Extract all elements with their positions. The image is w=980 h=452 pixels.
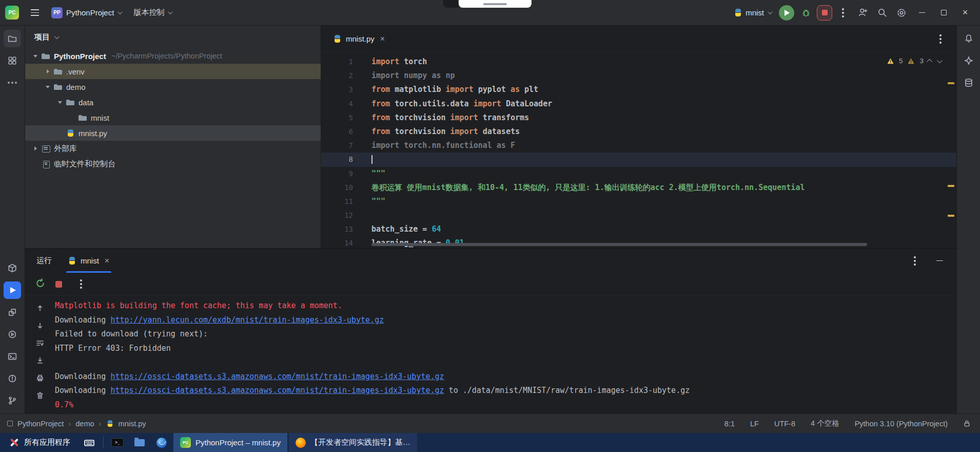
tool-window-corner-icon[interactable] [7, 421, 13, 426]
problems-tool-button[interactable] [4, 370, 21, 387]
more-actions-button[interactable] [834, 5, 852, 21]
code-line-5[interactable]: 5from torchvision import transforms [321, 111, 956, 125]
editor-tab-mnist[interactable]: mnist.py × [329, 26, 389, 52]
python-packages-tool-button[interactable] [4, 259, 21, 277]
clear-console-button[interactable] [33, 389, 47, 402]
run-panel-options-button[interactable] [906, 253, 924, 269]
tree-item-[interactable]: 外部库 [25, 141, 321, 156]
editor-tab-options-button[interactable] [932, 31, 949, 47]
run-tab-mnist[interactable]: mnist × [66, 249, 111, 273]
code-line-13[interactable]: 13batch_size = 64 [321, 222, 956, 236]
app-launcher-button[interactable]: 所有应用程序 [2, 433, 77, 452]
window-close-button[interactable]: × [955, 4, 975, 22]
breadcrumb[interactable]: PythonProject › demo › mnist.py [7, 419, 146, 428]
run-configuration-selector[interactable]: mnist [730, 6, 776, 20]
run-button[interactable] [779, 5, 794, 21]
scroll-to-end-button[interactable] [33, 354, 47, 367]
ai-assistant-button[interactable] [960, 52, 977, 69]
file-manager-task-button[interactable] [129, 433, 150, 452]
handle-pill[interactable] [459, 0, 532, 8]
tree-item-mnist[interactable]: mnist [25, 110, 321, 125]
database-button[interactable] [960, 74, 977, 91]
settings-button[interactable] [893, 5, 910, 21]
run-more-options-button[interactable] [72, 276, 90, 292]
rerun-button[interactable] [35, 278, 45, 290]
chevron-collapsed-icon[interactable] [44, 67, 52, 76]
tree-item-PythonProject[interactable]: PythonProject~/PycharmProjects/PythonPro… [25, 48, 321, 64]
console-link[interactable]: https://ossci-datasets.s3.amazonaws.com/… [110, 386, 444, 395]
breadcrumb-file[interactable]: mnist.py [119, 420, 146, 428]
tree-item-demo[interactable]: demo [25, 79, 321, 95]
file-encoding[interactable]: UTF-8 [774, 420, 795, 428]
chevron-expanded-icon[interactable] [56, 98, 65, 106]
tree-item-data[interactable]: data [25, 95, 321, 110]
line-separator[interactable]: LF [750, 420, 759, 428]
print-button[interactable] [33, 372, 47, 384]
console-output[interactable]: Matplotlib is building the font cache; t… [55, 296, 956, 413]
code-line-2[interactable]: 2import numpy as np [321, 69, 956, 83]
error-stripe-mark[interactable] [948, 215, 954, 217]
error-stripe-mark[interactable] [948, 185, 954, 187]
tab-close-icon[interactable]: × [380, 34, 385, 44]
soft-wrap-button[interactable] [33, 337, 47, 349]
run-tool-button[interactable] [4, 281, 21, 299]
tree-item-[interactable]: 临时文件和控制台 [25, 156, 321, 172]
window-minimize-button[interactable] [912, 4, 932, 22]
version-control-tool-button[interactable] [4, 392, 21, 409]
chevron-expanded-icon[interactable] [44, 83, 52, 91]
notifications-button[interactable] [960, 30, 977, 47]
python-interpreter[interactable]: Python 3.10 (PythonProject) [855, 420, 948, 428]
breadcrumb-project[interactable]: PythonProject [17, 420, 64, 428]
horizontal-scrollbar[interactable] [371, 243, 867, 246]
code-with-me-button[interactable] [854, 5, 871, 21]
stop-button[interactable] [817, 5, 832, 21]
code-line-12[interactable]: 12 [321, 209, 956, 222]
code-line-11[interactable]: 11""" [321, 195, 956, 209]
code-line-6[interactable]: 6from torchvision import datasets [321, 125, 956, 139]
code-area[interactable]: 1import torch2import numpy as np3from ma… [321, 52, 956, 248]
search-everywhere-button[interactable] [873, 5, 891, 21]
error-stripe-mark[interactable] [948, 82, 954, 84]
breadcrumb-folder[interactable]: demo [75, 420, 94, 428]
project-selector-button[interactable]: PP PythonProject [47, 5, 126, 21]
screen-top-handle[interactable] [443, 0, 532, 8]
tree-item-mnist.py[interactable]: mnist.py [25, 125, 321, 141]
caret-position[interactable]: 8:1 [724, 420, 735, 428]
browser-task-button[interactable] [151, 433, 172, 452]
window-maximize-button[interactable] [934, 4, 953, 22]
next-occurrence-button[interactable] [33, 319, 47, 332]
previous-problem-icon[interactable] [927, 59, 932, 64]
code-line-9[interactable]: 9""" [321, 167, 956, 181]
hide-run-panel-button[interactable] [931, 253, 948, 269]
task-firefox-window[interactable]: 【开发者空间实践指导】基… [289, 433, 417, 452]
chevron-collapsed-icon[interactable] [31, 144, 40, 153]
code-line-10[interactable]: 10卷积运算 使用mnist数据集, 和10-4, 11类似的, 只是这里: 1… [321, 181, 956, 195]
code-line-3[interactable]: 3from matplotlib import pyplot as plt [321, 83, 956, 97]
lock-icon[interactable] [963, 420, 971, 427]
console-link[interactable]: http://yann.lecun.com/exdb/mnist/train-i… [110, 315, 384, 325]
keyboard-tray-button[interactable] [79, 433, 100, 452]
indent-style[interactable]: 4 个空格 [811, 419, 839, 428]
terminal-tool-button[interactable] [4, 348, 21, 365]
code-line-7[interactable]: 7import torch.nn.functional as F [321, 139, 956, 153]
console-link[interactable]: https://ossci-datasets.s3.amazonaws.com/… [110, 372, 444, 381]
debug-button[interactable] [797, 5, 815, 21]
structure-tool-button[interactable] [4, 52, 21, 69]
code-line-1[interactable]: 1import torch [321, 55, 956, 69]
tab-close-icon[interactable]: × [105, 256, 109, 266]
code-line-14[interactable]: 14learning_rate = 0.01 [321, 236, 956, 248]
vcs-widget-button[interactable]: 版本控制 [129, 5, 176, 20]
task-pycharm-window[interactable]: PC PythonProject – mnist.py [173, 433, 287, 452]
project-panel-header[interactable]: 项目 [25, 26, 321, 48]
chevron-expanded-icon[interactable] [31, 52, 40, 60]
stop-process-button[interactable] [55, 281, 62, 288]
services-tool-button[interactable] [4, 304, 21, 321]
more-tool-windows-button[interactable] [4, 74, 21, 91]
code-line-4[interactable]: 4from torch.utils.data import DataLoader [321, 97, 956, 111]
tree-item-.venv[interactable]: .venv [25, 64, 321, 79]
inspections-widget[interactable]: 5 3 [887, 57, 941, 65]
code-line-8[interactable]: 8 [321, 153, 956, 166]
prev-occurrence-button[interactable] [33, 302, 47, 314]
main-menu-button[interactable] [26, 5, 44, 21]
project-tool-button[interactable] [4, 30, 21, 47]
